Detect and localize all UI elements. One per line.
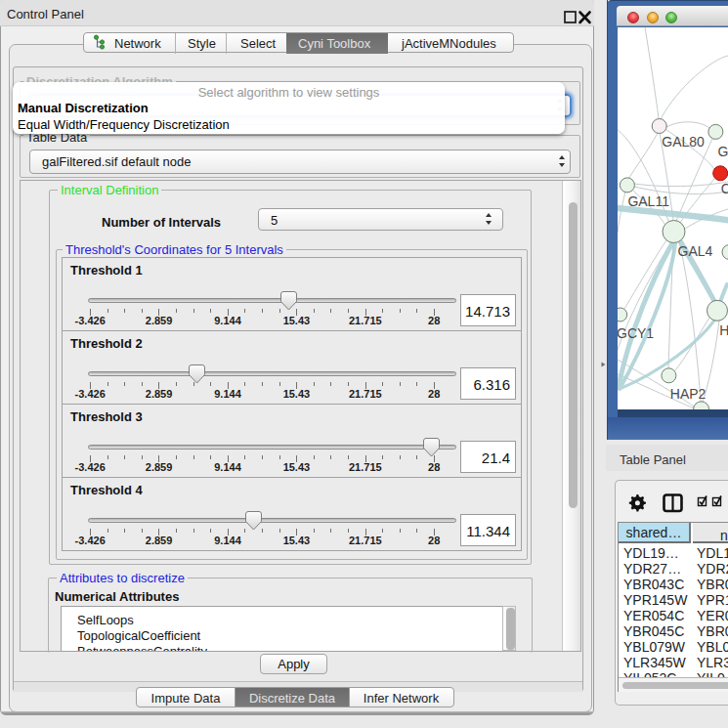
svg-text:GCY1: GCY1	[618, 325, 654, 341]
svg-text:GAL4: GAL4	[678, 243, 713, 259]
svg-text:HAP2: HAP2	[670, 386, 707, 402]
svg-text:H: H	[719, 322, 728, 338]
svg-text:GAL80: GAL80	[662, 134, 705, 150]
svg-text:GA: GA	[718, 144, 728, 159]
svg-text:CD: CD	[721, 181, 728, 196]
svg-text:GAL11: GAL11	[627, 193, 669, 209]
